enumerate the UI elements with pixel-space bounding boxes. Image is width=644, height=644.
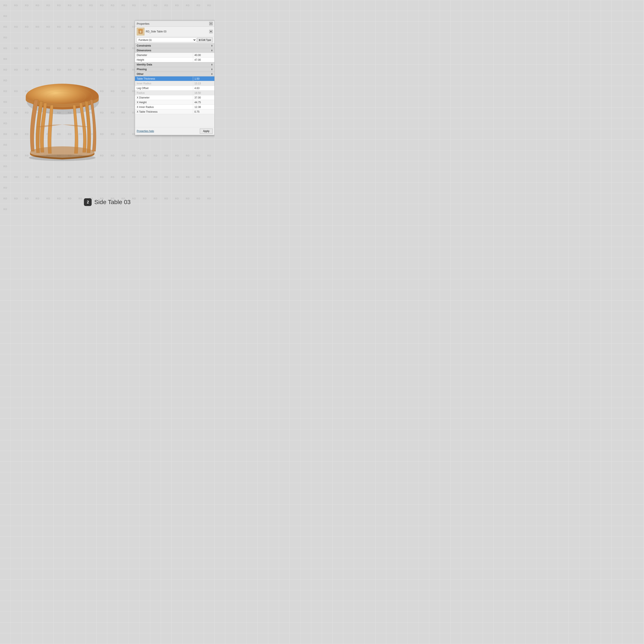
type-select[interactable]: Furniture (1): [137, 38, 196, 42]
section-other[interactable]: Other ⬆: [135, 72, 214, 76]
label-text: Side Table 03: [94, 199, 130, 206]
properties-panel: Properties × RD_Side Table 03 ▼ Furnitur…: [135, 21, 215, 135]
section-constraints[interactable]: Constraints ⬆: [135, 43, 214, 48]
prop-row-x-height: X Height 44.75: [135, 100, 214, 105]
section-other-label: Other: [137, 73, 144, 76]
bottom-label-area: 2 Side Table 03: [0, 198, 215, 206]
prop-value-x-diameter[interactable]: 37.00: [193, 95, 214, 100]
object-name: RD_Side Table 03: [146, 30, 208, 33]
other-toggle: ⬆: [211, 73, 213, 75]
phasing-toggle: ⬆: [211, 68, 213, 71]
prop-row-diameter: Diameter 40.00: [135, 53, 214, 58]
table-3d-illustration: [11, 60, 114, 172]
apply-button[interactable]: Apply: [200, 129, 213, 134]
prop-value-x-inner-radius[interactable]: 12.38: [193, 105, 214, 109]
label-badge: 2: [84, 198, 92, 206]
section-constraints-label: Constraints: [137, 44, 151, 47]
close-button[interactable]: ×: [209, 22, 213, 25]
prop-row-leg-offset: Leg Offset 4.63: [135, 86, 214, 91]
svg-point-13: [138, 33, 143, 34]
prop-name-diameter: Diameter: [135, 53, 193, 57]
prop-name-x-inner-radius: X Inner Radius: [135, 105, 193, 109]
empty-space: [135, 114, 214, 127]
section-phasing[interactable]: Phasing ⬆: [135, 67, 214, 72]
prop-row-height: Height 47.00: [135, 58, 214, 62]
type-row: Furniture (1) ⊞ Edit Type: [135, 37, 214, 43]
object-header: RD_Side Table 03 ▼: [135, 27, 214, 37]
panel-footer: Properties help Apply: [135, 127, 214, 135]
prop-row-inner-radius: Inner Radius 13.13: [135, 81, 214, 86]
object-icon: [137, 28, 144, 35]
edit-type-icon: ⊞: [199, 39, 201, 41]
edit-type-button[interactable]: ⊞ Edit Type: [197, 38, 213, 42]
svg-point-7: [29, 155, 95, 161]
section-identity-data[interactable]: Identity Data ⬇: [135, 62, 214, 67]
section-identity-label: Identity Data: [137, 63, 152, 66]
identity-toggle: ⬇: [211, 64, 213, 66]
section-phasing-label: Phasing: [137, 68, 147, 71]
prop-value-table-thickness[interactable]: 1.50: [193, 77, 214, 81]
svg-rect-11: [139, 30, 139, 33]
panel-title: Properties: [137, 22, 149, 25]
prop-name-leg-offset: Leg Offset: [135, 86, 193, 90]
svg-rect-9: [139, 30, 140, 33]
prop-name-x-height: X Height: [135, 100, 193, 105]
prop-value-leg-offset[interactable]: 4.63: [193, 86, 214, 90]
prop-value-x-height[interactable]: 44.75: [193, 100, 214, 105]
prop-value-height[interactable]: 47.00: [193, 58, 214, 62]
prop-name-x-table-thickness: X Table Thickness: [135, 110, 193, 114]
constraints-toggle: ⬆: [211, 45, 213, 47]
prop-name-radius: Radius: [135, 91, 193, 95]
prop-row-radius: Radius 18.50: [135, 91, 214, 95]
object-dropdown-button[interactable]: ▼: [209, 30, 213, 33]
svg-rect-10: [141, 30, 142, 33]
prop-row-x-diameter: X Diameter 37.00: [135, 95, 214, 100]
prop-name-inner-radius: Inner Radius: [135, 81, 193, 86]
prop-value-diameter[interactable]: 40.00: [193, 53, 214, 57]
properties-help-link[interactable]: Properties help: [137, 130, 154, 133]
section-dimensions-label: Dimensions: [137, 49, 151, 52]
svg-rect-12: [142, 30, 142, 33]
section-dimensions[interactable]: Dimensions ⬆: [135, 48, 214, 53]
prop-value-radius[interactable]: 18.50: [193, 91, 214, 95]
dimensions-toggle: ⬆: [211, 49, 213, 52]
prop-row-x-table-thickness: X Table Thickness 0.75: [135, 109, 214, 114]
prop-value-x-table-thickness[interactable]: 0.75: [193, 110, 214, 114]
prop-name-x-diameter: X Diameter: [135, 95, 193, 100]
prop-name-height: Height: [135, 58, 193, 62]
prop-name-table-thickness: Table Thickness: [135, 77, 193, 81]
svg-point-8: [138, 29, 143, 31]
prop-row-table-thickness: Table Thickness 1.50: [135, 76, 214, 81]
prop-row-x-inner-radius: X Inner Radius 12.38: [135, 105, 214, 109]
panel-title-bar: Properties ×: [135, 21, 214, 27]
prop-value-inner-radius[interactable]: 13.13: [193, 81, 214, 86]
